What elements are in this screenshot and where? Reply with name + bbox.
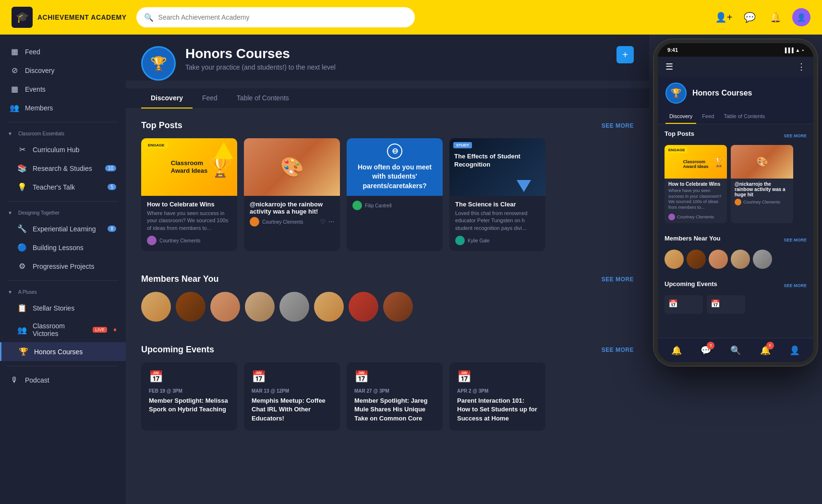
sidebar-item-podcast[interactable]: 🎙 Podcast (0, 371, 126, 389)
phone-nav-search[interactable]: 🔍 (726, 342, 745, 359)
top-posts-section: Top Posts SEE MORE ENGAGE ClassroomAward… (126, 109, 649, 263)
phone-time: 9:41 (667, 47, 678, 53)
logo-area: 🎓 Achievement Academy (12, 7, 127, 28)
chat-icon[interactable]: 💬 (740, 8, 759, 26)
phone-tabs: Discovery Feed Table of Contents (658, 109, 813, 124)
card-body-2: @nickarrojo the rainbow activity was a h… (244, 196, 340, 232)
phone-card-avatar-1 (668, 214, 675, 220)
event-title-2: Memphis Meetup: Coffee Chat IRL With Oth… (252, 396, 332, 423)
sidebar-divider-1 (8, 122, 118, 122)
phone-member-4[interactable] (731, 250, 750, 269)
sidebar-item-stellar-stories[interactable]: 📋 Stellar Stories (0, 299, 126, 317)
phone-members-header: Members Near You SEE MORE (665, 235, 807, 246)
sidebar-item-honors-courses[interactable]: 🏆 Honors Courses (0, 342, 126, 361)
card-author-4: Kylie Gale (468, 238, 540, 243)
sidebar-item-teachers-talk[interactable]: 💡 Teacher's Talk 5 (0, 178, 126, 196)
sidebar-item-events[interactable]: ▦ Events (0, 80, 126, 98)
member-avatar-3[interactable] (210, 292, 240, 322)
add-button[interactable]: + (616, 46, 634, 63)
study-title: The Effects of Student Recognition (454, 153, 541, 169)
search-input[interactable] (158, 13, 407, 21)
phone-event-card-1[interactable]: 📅 (665, 295, 703, 314)
post-card-4[interactable]: STUDY The Effects of Student Recognition… (449, 138, 545, 251)
sidebar-divider-4 (8, 366, 118, 366)
event-card-2[interactable]: 📅 MAR 13 @ 12PM Memphis Meetup: Coffee C… (244, 362, 340, 431)
phone-members-see-more[interactable]: SEE MORE (784, 238, 807, 242)
sidebar-item-progressive-projects[interactable]: ⚙ Progressive Projects (0, 257, 126, 276)
question-text: How often do you meet with students' par… (352, 163, 437, 191)
phone-nav-notifications[interactable]: 🔔 8 (756, 342, 775, 359)
user-avatar[interactable]: 👤 (792, 8, 810, 26)
member-avatar-8[interactable] (383, 292, 413, 322)
event-calendar-icon-3: 📅 (354, 370, 435, 384)
phone-status-icons: ▐▐▐ ▲ ▪ (783, 48, 804, 53)
phone-nav-chat[interactable]: 💬 5 (696, 342, 715, 359)
sidebar-item-classroom-victories[interactable]: 👥 Classroom Victories LIVE (0, 317, 126, 342)
post-card-1[interactable]: ENGAGE ClassroomAward Ideas 🏆 How to Cel… (141, 138, 237, 251)
phone-nav-home[interactable]: 🔔 (667, 342, 686, 359)
member-avatar-2[interactable] (176, 292, 206, 322)
search-bar[interactable]: 🔍 (136, 7, 415, 27)
section-a-pluses[interactable]: ▼ A Pluses (0, 286, 126, 299)
phone-tab-discovery[interactable]: Discovery (665, 109, 696, 124)
card-image-2: 🎨 (244, 138, 340, 196)
sidebar-item-members[interactable]: 👥 Members (0, 98, 126, 117)
like-icon[interactable]: ♡ (320, 218, 326, 225)
event-card-3[interactable]: 📅 MAR 27 @ 3PM Member Spotlight: Jareg M… (347, 362, 443, 431)
member-avatar-7[interactable] (349, 292, 378, 322)
member-avatar-6[interactable] (314, 292, 344, 322)
members-header: Members Near You SEE MORE (141, 274, 634, 284)
chevron-icon-3: ▼ (8, 289, 12, 295)
members-icon: 👥 (10, 103, 19, 112)
phone-tab-feed[interactable]: Feed (698, 109, 718, 124)
phone-post-card-1[interactable]: ENGAGE ClassroomAward Ideas 🏆 How to Cel… (665, 145, 727, 223)
members-see-more[interactable]: SEE MORE (602, 276, 634, 283)
phone-hamburger-icon[interactable]: ☰ (665, 61, 673, 72)
sidebar-item-research-studies[interactable]: 📚 Research & Studies 10 (0, 159, 126, 178)
card-author-avatar-1 (147, 236, 157, 245)
phone-tab-toc[interactable]: Table of Contents (720, 109, 769, 124)
phone-event-card-2[interactable]: 📅 (707, 295, 745, 314)
phone-events-see-more[interactable]: SEE MORE (784, 283, 807, 288)
event-card-1[interactable]: 📅 FEB 19 @ 3PM Member Spotlight: Melissa… (141, 362, 237, 431)
top-posts-see-more[interactable]: SEE MORE (602, 122, 634, 129)
event-title-4: Parent Interaction 101: How to Set Stude… (457, 396, 538, 423)
section-label-a-pluses: A Pluses (18, 289, 37, 295)
progressive-projects-icon: ⚙ (17, 262, 27, 271)
post-card-3[interactable]: ⊖ How often do you meet with students' p… (347, 138, 443, 251)
member-avatar-1[interactable] (141, 292, 171, 322)
card-body-4: The Science is Clear Loved this chat fro… (449, 196, 545, 251)
post-card-2[interactable]: 🎨 @nickarrojo the rainbow activity was a… (244, 138, 340, 251)
sidebar-item-discovery[interactable]: ⊘ Discovery (0, 61, 126, 80)
phone-event-icon-2: 📅 (711, 299, 741, 308)
phone-member-3[interactable] (709, 250, 728, 269)
notification-icon[interactable]: 🔔 (766, 8, 785, 26)
event-card-4[interactable]: 📅 APR 2 @ 3PM Parent Interaction 101: Ho… (449, 362, 545, 431)
add-contact-icon[interactable]: 👤+ (714, 8, 733, 26)
phone-nav-profile[interactable]: 👤 (785, 342, 804, 359)
tab-table-of-contents[interactable]: Table of Contents (227, 88, 299, 108)
events-see-more[interactable]: SEE MORE (602, 347, 634, 353)
sidebar-item-feed[interactable]: ▦ Feed (0, 42, 126, 61)
phone-top-posts-see-more[interactable]: SEE MORE (784, 133, 807, 138)
comment-icon[interactable]: ⋯ (328, 218, 334, 225)
member-avatar-4[interactable] (245, 292, 275, 322)
member-avatar-5[interactable] (279, 292, 309, 322)
phone-member-1[interactable] (665, 250, 684, 269)
phone-member-5[interactable] (753, 250, 772, 269)
sidebar-item-experiential-learning[interactable]: 🔧 Experiential Learning 8 (0, 219, 126, 238)
section-designing-together[interactable]: ▼ Designing Together (0, 206, 126, 219)
phone-card-body-2: @nickarrojo the rainbow activity was a h… (731, 179, 793, 208)
phone-more-icon[interactable]: ⋮ (797, 61, 806, 72)
section-classroom-essentials[interactable]: ▼ Classroom Essentials (0, 127, 126, 140)
tab-discovery[interactable]: Discovery (141, 88, 193, 108)
sidebar-item-building-lessons[interactable]: 🔵 Building Lessons (0, 238, 126, 257)
phone-member-2[interactable] (687, 250, 706, 269)
phone-post-card-2[interactable]: 🎨 @nickarrojo the rainbow activity was a… (731, 145, 793, 223)
research-studies-icon: 📚 (17, 164, 27, 173)
phone-card-img-1: ENGAGE ClassroomAward Ideas 🏆 (665, 145, 727, 179)
tab-feed[interactable]: Feed (193, 88, 227, 108)
sidebar-item-curriculum-hub[interactable]: ✂ Curriculum Hub (0, 140, 126, 159)
card-footer-3: Filip Cantrell (352, 201, 437, 210)
building-lessons-icon: 🔵 (17, 243, 27, 252)
